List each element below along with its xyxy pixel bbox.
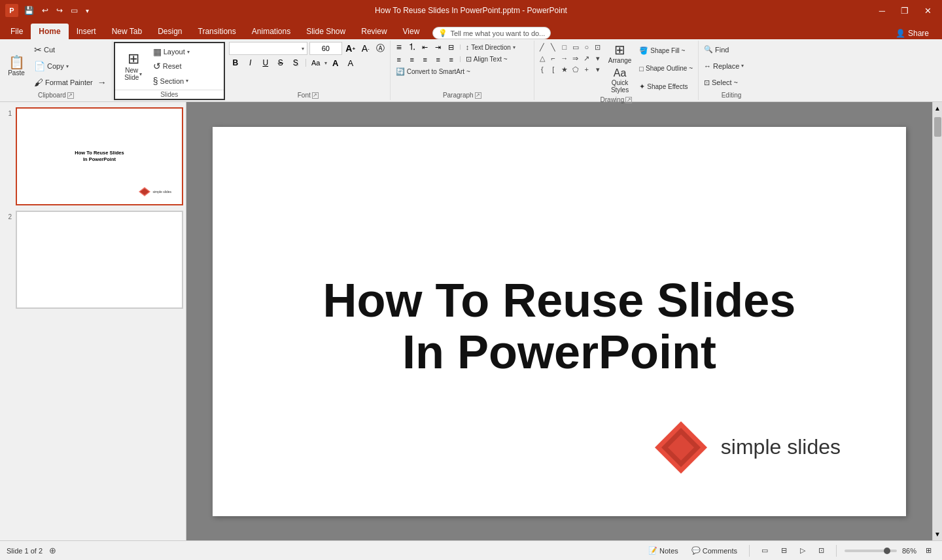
shadow-button[interactable]: S: [289, 56, 302, 69]
bullets-button[interactable]: ≡: [393, 42, 405, 52]
layout-button[interactable]: ▦ Layout ▾: [150, 45, 192, 58]
font-highlight-button[interactable]: A: [344, 56, 357, 69]
align-text-button[interactable]: ⊡ Align Text ~: [463, 54, 510, 65]
slide-help-icon[interactable]: ⊕: [49, 546, 56, 555]
close-button[interactable]: ✕: [919, 5, 937, 17]
shape-arrow2[interactable]: ⌐: [548, 53, 559, 63]
shape-bracket[interactable]: [: [548, 64, 559, 75]
scroll-thumb[interactable]: [934, 117, 941, 137]
quick-styles-button[interactable]: Aa Quick Styles: [608, 67, 632, 95]
tab-file[interactable]: File: [3, 24, 31, 39]
paragraph-expand-icon[interactable]: ↗: [475, 92, 481, 99]
find-button[interactable]: 🔍 Find: [701, 44, 761, 55]
shape-arrow4[interactable]: ⇒: [570, 53, 581, 63]
section-button[interactable]: § Section ▾: [150, 75, 192, 88]
notes-button[interactable]: 📝 Notes: [644, 545, 682, 556]
fit-button[interactable]: ⊞: [922, 545, 935, 556]
italic-button[interactable]: I: [244, 56, 257, 69]
reset-button[interactable]: ↺ Reset: [150, 60, 192, 73]
shape-pentagon[interactable]: ⬠: [570, 64, 581, 75]
share-button[interactable]: 👤 Share: [890, 27, 934, 39]
align-right-button[interactable]: ≡: [419, 54, 431, 65]
shape-arrow1[interactable]: △: [537, 53, 548, 63]
clear-format-button[interactable]: Ⓐ: [374, 42, 387, 55]
numbering-button[interactable]: ⒈: [406, 42, 418, 52]
shape-expand[interactable]: ▾: [593, 53, 603, 63]
copy-button[interactable]: 📄 Copy ▾: [31, 60, 109, 73]
change-case-button[interactable]: Aa: [309, 56, 323, 69]
tab-slideshow[interactable]: Slide Show: [298, 24, 353, 39]
shape-fill-button[interactable]: 🪣 Shape Fill ~: [637, 45, 695, 56]
align-left-button[interactable]: ≡: [393, 54, 405, 65]
justify-button[interactable]: ≡: [432, 54, 444, 65]
tab-transitions[interactable]: Transitions: [190, 24, 244, 39]
normal-view-button[interactable]: ▭: [758, 545, 772, 556]
tab-home[interactable]: Home: [31, 24, 68, 39]
tab-insert[interactable]: Insert: [69, 24, 104, 39]
tab-design[interactable]: Design: [150, 24, 190, 39]
convert-smartart-button[interactable]: 🔄 Convert to SmartArt ~: [393, 66, 473, 77]
comments-button[interactable]: 💬 Comments: [688, 545, 741, 556]
font-name-selector[interactable]: ▾: [229, 42, 307, 55]
shape-rounded-rect[interactable]: ▭: [570, 42, 581, 52]
tab-view[interactable]: View: [395, 24, 428, 39]
zoom-thumb[interactable]: [884, 548, 890, 554]
shape-arrow5[interactable]: ↗: [582, 53, 592, 63]
shape-scrolldown[interactable]: ▾: [593, 64, 603, 75]
shape-outline-button[interactable]: □ Shape Outline ~: [637, 63, 695, 74]
select-button[interactable]: ⊡ Select ~: [701, 77, 761, 88]
presentation-mode-icon[interactable]: ▭: [69, 5, 80, 16]
underline-button[interactable]: U: [259, 56, 272, 69]
minimize-button[interactable]: ─: [874, 5, 890, 17]
zoom-slider[interactable]: [845, 550, 897, 552]
increase-indent-button[interactable]: ⇥: [432, 42, 444, 52]
customize-icon[interactable]: ▾: [84, 6, 91, 16]
shape-oval[interactable]: ○: [582, 42, 592, 52]
app-logo[interactable]: P: [5, 4, 18, 17]
tab-animations[interactable]: Animations: [244, 24, 298, 39]
slide-canvas[interactable]: How To Reuse Slides In PowerPoint simple…: [213, 127, 906, 516]
maximize-button[interactable]: ❐: [896, 5, 914, 17]
decrease-indent-button[interactable]: ⇤: [419, 42, 431, 52]
shape-more[interactable]: ⊡: [593, 42, 603, 52]
drawing-expand-icon[interactable]: ↗: [625, 97, 632, 103]
cut-button[interactable]: ✂ Cut: [31, 43, 109, 56]
format-painter-button[interactable]: 🖌 Format Painter →: [31, 76, 109, 89]
save-icon[interactable]: 💾: [22, 5, 36, 16]
font-size-selector[interactable]: 60: [309, 42, 342, 55]
font-expand-icon[interactable]: ↗: [312, 92, 319, 99]
slide-item-2[interactable]: 2: [3, 211, 183, 309]
shape-effects-button[interactable]: ✦ Shape Effects: [637, 81, 695, 92]
shape-star[interactable]: ★: [559, 64, 570, 75]
decrease-font-button[interactable]: A-: [359, 42, 372, 55]
clipboard-expand-icon[interactable]: ↗: [67, 92, 74, 99]
arrange-button[interactable]: ⊞ Arrange: [606, 42, 635, 65]
scroll-down-button[interactable]: ▼: [932, 528, 942, 540]
shape-rect[interactable]: □: [559, 42, 570, 52]
slide-thumb-1[interactable]: How To Reuse SlidesIn PowerPoint simple …: [16, 107, 183, 205]
reading-view-button[interactable]: ▷: [796, 545, 809, 556]
columns-button[interactable]: ⊟: [445, 42, 457, 52]
slide-sorter-button[interactable]: ⊟: [777, 545, 791, 556]
text-direction-button[interactable]: ↕ Text Direction ▾: [463, 42, 518, 52]
slide-item-1[interactable]: 1 How To Reuse SlidesIn PowerPoint simpl…: [3, 107, 183, 205]
replace-button[interactable]: ↔ Replace ▾: [701, 61, 761, 71]
tell-me-box[interactable]: 💡 Tell me what you want to do...: [432, 27, 551, 39]
undo-icon[interactable]: ↩: [40, 5, 50, 16]
slide-thumb-2[interactable]: [16, 211, 183, 309]
scroll-up-button[interactable]: ▲: [932, 102, 942, 114]
shape-line2[interactable]: ╲: [548, 42, 559, 52]
shape-plus[interactable]: +: [582, 64, 592, 75]
align-center-button[interactable]: ≡: [406, 54, 418, 65]
font-color-button[interactable]: A: [329, 56, 342, 69]
shape-line[interactable]: ╱: [537, 42, 548, 52]
shape-arrow3[interactable]: →: [559, 53, 570, 63]
redo-icon[interactable]: ↪: [54, 5, 65, 16]
increase-font-button[interactable]: A+: [344, 42, 357, 55]
shape-brace[interactable]: {: [537, 64, 548, 75]
bold-button[interactable]: B: [229, 56, 242, 69]
slideshow-button[interactable]: ⊡: [814, 545, 828, 556]
justify2-button[interactable]: ≡: [445, 54, 457, 65]
strikethrough-button[interactable]: S: [274, 56, 287, 69]
tab-newtab[interactable]: New Tab: [104, 24, 150, 39]
